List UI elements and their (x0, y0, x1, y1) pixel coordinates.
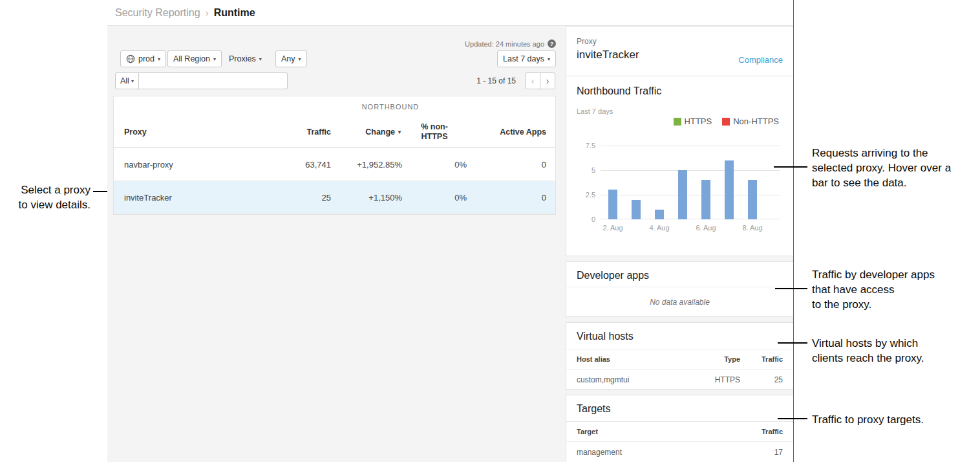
page-title: Runtime (214, 7, 255, 19)
bar-2-aug[interactable] (608, 190, 617, 219)
pagination-prev-button[interactable]: ‹ (525, 72, 540, 89)
chart-date-range-label: Last 7 days (577, 107, 613, 115)
cell-change: +1,952.85% (331, 160, 402, 170)
cell-host-alias: custom,mgmtui (577, 375, 701, 384)
developer-apps-title: Developer apps (577, 270, 649, 281)
proxy-field-label: Proxy (577, 37, 597, 46)
developer-apps-card: Developer apps No data available (566, 261, 794, 317)
column-header-traffic[interactable]: Traffic (269, 127, 331, 137)
proxy-detail-header-card: Proxy inviteTracker Compliance (566, 26, 794, 76)
callout-virtual-hosts: Virtual hosts by which clients reach the… (812, 336, 974, 366)
developer-apps-empty-message: No data available (566, 298, 793, 307)
pagination-next-button[interactable]: › (540, 72, 555, 89)
column-header-traffic: Traffic (740, 355, 783, 363)
cell-non-https: 0% (402, 193, 467, 203)
cell-proxy-name: navbar-proxy (114, 160, 269, 170)
proxies-dropdown[interactable]: Proxies ▾ (228, 50, 263, 67)
northbound-traffic-title: Northbound Traffic (577, 85, 661, 97)
cell-type: HTTPS (701, 375, 740, 384)
proxies-label: Proxies (229, 54, 256, 63)
compliance-link[interactable]: Compliance (738, 55, 783, 65)
bar-4-aug[interactable] (655, 210, 664, 219)
security-reporting-runtime-screen: Select a proxy to view details. Security… (0, 0, 980, 462)
table-row-navbar-proxy[interactable]: navbar-proxy 63,741 +1,952.85% 0% 0 (114, 148, 555, 181)
callout-line-targets (778, 418, 807, 419)
y-tick-label: 5 (566, 166, 595, 174)
search-scope-dropdown[interactable]: All ▾ (115, 72, 139, 89)
caret-down-icon: ▾ (131, 78, 134, 84)
cell-proxy-name: inviteTracker (114, 193, 269, 203)
region-label: All Region (173, 54, 210, 63)
breadcrumb: Security Reporting › Runtime (107, 0, 794, 26)
column-header-active-apps[interactable]: Active Apps (467, 127, 555, 137)
caret-down-icon: ▾ (299, 56, 301, 62)
cell-traffic: 25 (740, 375, 783, 384)
table-group-header-row: NORTHBOUND (114, 96, 555, 116)
caret-down-icon: ▾ (259, 56, 262, 62)
cell-traffic: 63,741 (269, 160, 331, 170)
callout-line-virtual-hosts (778, 342, 807, 344)
chart-bars (601, 146, 780, 219)
caret-down-icon: ▾ (213, 56, 216, 62)
targets-card: Targets Target Traffic management 17 (566, 395, 794, 462)
globe-icon (126, 54, 135, 63)
column-header-proxy[interactable]: Proxy (114, 127, 269, 137)
legend-item-https: HTTPS (674, 116, 712, 126)
environment-dropdown[interactable]: prod ▾ (120, 50, 166, 67)
search-group: All ▾ (115, 72, 288, 89)
northbound-group-label: NORTHBOUND (273, 96, 508, 117)
legend-swatch-icon (722, 118, 730, 126)
callout-requests: Requests arriving to the selected proxy.… (812, 146, 980, 190)
x-tick-label: 6. Aug (696, 224, 716, 232)
sort-descending-icon: ▼ (397, 129, 402, 135)
pagination-controls: ‹ › (525, 72, 555, 89)
column-header-change[interactable]: Change▼ (331, 127, 402, 137)
chart-plot (601, 146, 780, 219)
bar-7-aug[interactable] (725, 160, 734, 219)
any-filter-dropdown[interactable]: Any ▾ (275, 50, 307, 67)
legend-swatch-icon (674, 118, 681, 126)
legend-label: HTTPS (685, 116, 712, 126)
date-range-label: Last 7 days (503, 54, 544, 63)
targets-header-row: Target Traffic (566, 421, 793, 442)
help-icon[interactable]: ? (548, 39, 556, 48)
bar-8-aug[interactable] (748, 180, 757, 219)
breadcrumb-section[interactable]: Security Reporting (115, 7, 200, 19)
column-header-host-alias: Host alias (577, 355, 701, 363)
table-row-invitetracker-selected[interactable]: inviteTracker 25 +1,150% 0% 0 (114, 181, 555, 214)
x-tick-label: 4. Aug (649, 224, 669, 232)
cell-active-apps: 0 (467, 193, 555, 203)
region-dropdown[interactable]: All Region ▾ (167, 50, 222, 67)
virtual-hosts-card: Virtual hosts Host alias Type Traffic cu… (566, 322, 794, 390)
callout-targets: Traffic to proxy targets. (812, 412, 974, 427)
caret-down-icon: ▾ (158, 56, 160, 62)
y-tick-label: 2.5 (566, 191, 595, 199)
bar-3-aug[interactable] (632, 200, 641, 219)
bar-6-aug[interactable] (701, 180, 710, 219)
legend-label: Non-HTTPS (733, 116, 779, 126)
legend-item-non-https: Non-HTTPS (722, 116, 779, 126)
chart-x-axis: 2. Aug4. Aug6. Aug8. Aug (601, 224, 780, 233)
pagination-range: 1 - 15 of 15 (476, 76, 516, 85)
change-header-label: Change (365, 127, 395, 137)
y-tick-label: 7.5 (566, 142, 595, 149)
chart-y-axis: 02.557.5 (566, 146, 595, 219)
cell-traffic: 17 (740, 448, 783, 457)
virtual-hosts-title: Virtual hosts (577, 331, 634, 342)
any-filter-label: Any (281, 54, 295, 63)
cell-non-https: 0% (402, 160, 467, 170)
non-https-header-label: % non-HTTPS (416, 122, 453, 142)
virtual-host-row: custom,mgmtui HTTPS 25 (566, 369, 793, 390)
column-header-traffic: Traffic (740, 428, 783, 435)
table-header-row: Proxy Traffic Change▼ % non-HTTPS Active… (114, 116, 555, 148)
cell-change: +1,150% (331, 193, 402, 203)
caret-down-icon: ▾ (548, 56, 550, 62)
northbound-traffic-card: Northbound Traffic Last 7 days HTTPSNon-… (566, 76, 794, 256)
column-header-non-https[interactable]: % non-HTTPS (402, 122, 467, 142)
date-range-dropdown[interactable]: Last 7 days ▾ (497, 50, 556, 67)
updated-status: Updated: 24 minutes ago ? (465, 39, 556, 48)
bar-5-aug[interactable] (678, 170, 687, 219)
search-input[interactable] (139, 72, 288, 89)
screenshot-edge-line (793, 0, 794, 462)
column-header-target: Target (577, 428, 740, 435)
